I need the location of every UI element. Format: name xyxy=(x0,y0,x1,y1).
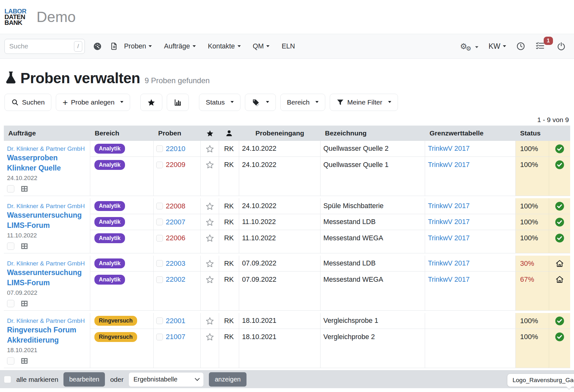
sample-checkbox[interactable] xyxy=(156,334,163,340)
limit-table-link[interactable]: TrinkwV 2017 xyxy=(428,218,470,226)
order-checkbox[interactable] xyxy=(7,357,14,365)
bereich-badge[interactable]: Analytik xyxy=(94,258,125,268)
bereich-badge[interactable]: Analytik xyxy=(94,201,125,211)
col-header-bereich[interactable]: Bereich xyxy=(90,126,154,141)
order-org-link[interactable]: Dr. Klinkner & Partner GmbH xyxy=(7,203,85,209)
limit-table-link[interactable]: TrinkwV 2017 xyxy=(428,276,470,284)
col-header-star[interactable] xyxy=(201,126,219,141)
power-icon[interactable] xyxy=(557,42,566,51)
menu-qm[interactable]: QM xyxy=(253,42,270,50)
sample-link[interactable]: 22009 xyxy=(166,161,185,169)
chevron-down-icon xyxy=(475,46,478,48)
sample-checkbox[interactable] xyxy=(156,235,163,242)
limit-table-link[interactable]: TrinkwV 2017 xyxy=(428,161,470,169)
limit-table-link[interactable]: TrinkwV 2017 xyxy=(428,202,470,210)
col-header-grenzwerttabelle[interactable]: Grenzwerttabelle xyxy=(425,126,516,141)
menu-kontakte[interactable]: Kontakte xyxy=(208,42,241,50)
order-checkbox[interactable] xyxy=(7,243,14,250)
order-title-link[interactable]: Akkreditierung xyxy=(7,335,87,345)
col-header-status[interactable]: Status xyxy=(516,126,570,141)
dashboard-icon[interactable] xyxy=(93,42,102,51)
user-menu[interactable]: KW xyxy=(489,42,506,51)
chart-button[interactable] xyxy=(167,94,189,111)
col-header-proben[interactable]: Proben xyxy=(154,126,201,141)
sample-checkbox[interactable] xyxy=(156,203,163,209)
sample-checkbox[interactable] xyxy=(156,260,163,267)
limit-table-link[interactable]: TrinkwV 2017 xyxy=(428,234,470,242)
my-filters-button[interactable]: Meine Filter xyxy=(330,94,398,111)
sample-checkbox[interactable] xyxy=(156,145,163,152)
bereich-badge[interactable]: Analytik xyxy=(94,233,125,243)
search-input[interactable] xyxy=(4,39,85,54)
sample-link[interactable]: 22003 xyxy=(166,259,185,268)
order-title-link[interactable]: Wasseruntersuchung xyxy=(7,210,87,220)
order-title-link[interactable]: LIMS-Forum xyxy=(7,220,87,230)
order-checkbox[interactable] xyxy=(7,185,14,192)
create-sample-button[interactable]: + Probe anlegen xyxy=(56,94,130,111)
labordatenbank-logo[interactable]: LABOR DATEN BANK xyxy=(4,8,26,25)
order-title-link[interactable]: Wasseruntersuchung xyxy=(7,267,87,278)
menu-eln[interactable]: ELN xyxy=(282,42,295,50)
menu-auftraege[interactable]: Aufträge xyxy=(164,42,195,50)
bereich-badge[interactable]: Analytik xyxy=(94,275,125,285)
favorites-button[interactable] xyxy=(140,94,162,111)
sample-link[interactable]: 22002 xyxy=(166,275,185,284)
favorite-cell[interactable] xyxy=(201,230,219,246)
show-button[interactable]: anzeigen xyxy=(209,372,246,387)
select-all-checkbox[interactable] xyxy=(4,376,11,383)
area-filter-button[interactable]: Bereich xyxy=(280,94,325,111)
col-header-bezeichnung[interactable]: Bezeichnung xyxy=(320,126,425,141)
order-checkbox[interactable] xyxy=(7,300,14,307)
sample-checkbox[interactable] xyxy=(156,219,163,225)
sample-link[interactable]: 22010 xyxy=(166,145,185,153)
edit-button[interactable]: bearbeiten xyxy=(63,372,105,387)
order-title-link[interactable]: Klinkner Quelle xyxy=(7,163,87,173)
sample-checkbox[interactable] xyxy=(156,276,163,283)
bereich-badge[interactable]: Ringversuch xyxy=(94,332,137,342)
sample-link[interactable]: 21007 xyxy=(166,333,185,341)
sample-link[interactable]: 22006 xyxy=(166,234,185,242)
sample-link[interactable]: 22001 xyxy=(166,317,185,325)
sample-link[interactable]: 22007 xyxy=(166,218,185,226)
order-org-link[interactable]: Dr. Klinkner & Partner GmbH xyxy=(7,145,85,152)
clock-icon[interactable] xyxy=(516,42,525,51)
grid-icon[interactable] xyxy=(20,357,29,365)
bereich-badge[interactable]: Analytik xyxy=(94,160,125,170)
favorite-cell[interactable] xyxy=(201,141,219,157)
favorite-cell[interactable] xyxy=(201,272,219,287)
bereich-badge[interactable]: Analytik xyxy=(94,217,125,227)
search-button[interactable]: Suchen xyxy=(4,94,51,111)
order-org-link[interactable]: Dr. Klinkner & Partner GmbH xyxy=(7,317,85,324)
favorite-cell[interactable] xyxy=(201,313,219,329)
order-title-link[interactable]: Ringversuch Forum xyxy=(7,325,87,335)
favorite-cell[interactable] xyxy=(201,157,219,173)
bereich-badge[interactable]: Ringversuch xyxy=(94,316,137,326)
tags-filter-button[interactable] xyxy=(245,94,276,111)
grid-icon[interactable] xyxy=(20,185,29,193)
status-filter-button[interactable]: Status xyxy=(199,94,240,111)
grid-icon[interactable] xyxy=(20,242,29,250)
order-title-link[interactable]: Wasserproben xyxy=(7,153,87,163)
sample-link[interactable]: 22008 xyxy=(166,202,185,210)
col-header-probeneingang[interactable]: Probeneingang xyxy=(239,126,320,141)
sample-checkbox[interactable] xyxy=(156,162,163,168)
menu-proben[interactable]: Proben xyxy=(124,42,152,50)
limit-table-link[interactable]: TrinkwV 2017 xyxy=(428,259,470,267)
order-title-link[interactable]: LIMS-Forum xyxy=(7,278,87,288)
sample-checkbox[interactable] xyxy=(156,317,163,324)
result-table-select[interactable]: Ergebnistabelle xyxy=(129,372,204,387)
bereich-badge[interactable]: Analytik xyxy=(94,144,125,154)
star-outline-icon xyxy=(205,332,214,341)
col-header-auftraege[interactable]: Aufträge xyxy=(4,126,90,141)
grid-icon[interactable] xyxy=(20,299,29,308)
tasks-checklist-button[interactable]: 1 xyxy=(535,41,545,52)
favorite-cell[interactable] xyxy=(201,256,219,272)
document-icon[interactable] xyxy=(110,42,118,50)
order-org-link[interactable]: Dr. Klinkner & Partner GmbH xyxy=(7,260,85,267)
settings-gears-button[interactable]: ⚙⚙ xyxy=(460,42,478,51)
favorite-cell[interactable] xyxy=(201,329,219,345)
limit-table-link[interactable]: TrinkwV 2017 xyxy=(428,145,470,153)
col-header-person[interactable] xyxy=(219,126,239,141)
favorite-cell[interactable] xyxy=(201,214,219,230)
favorite-cell[interactable] xyxy=(201,198,219,214)
